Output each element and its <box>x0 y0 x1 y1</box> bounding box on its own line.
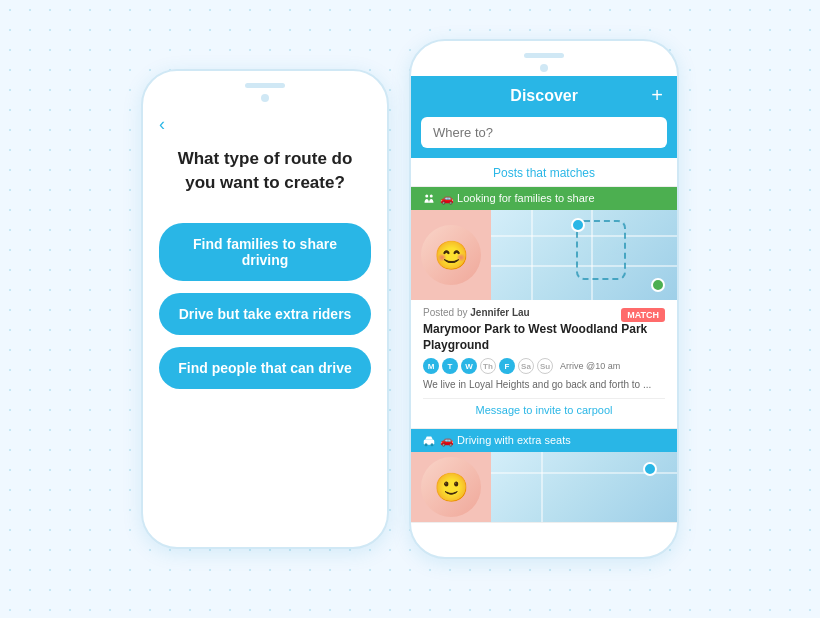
find-drivers-button[interactable]: Find people that can drive <box>159 347 371 389</box>
discover-header: Discover + <box>411 76 677 117</box>
svg-point-0 <box>425 194 428 197</box>
discover-title: Discover <box>445 87 643 105</box>
day-T: T <box>442 358 458 374</box>
drive-extra-riders-button[interactable]: Drive but take extra riders <box>159 293 371 335</box>
scene: ‹ What type of route do you want to crea… <box>141 59 679 559</box>
search-input[interactable] <box>421 117 667 148</box>
card-image-row: 😊 <box>411 210 677 300</box>
arrive-time: Arrive @10 am <box>560 361 620 371</box>
card-tag-families: 🚗 Looking for families to share <box>411 187 677 210</box>
map-road-v1 <box>531 210 533 300</box>
svg-point-4 <box>431 443 434 446</box>
match-badge: MATCH <box>621 308 665 322</box>
day-Th: Th <box>480 358 496 374</box>
second-avatar-face: 🙂 <box>421 457 481 517</box>
second-map-preview <box>491 452 677 522</box>
card-body: Posted by Jennifer Lau MATCH Marymoor Pa… <box>411 300 677 428</box>
search-bar-container <box>411 117 677 158</box>
map-preview <box>491 210 677 300</box>
phone-left-camera <box>261 94 269 102</box>
second-avatar: 🙂 <box>411 452 491 522</box>
second-card-image-row: 🙂 <box>411 452 677 522</box>
phone-right-content: Discover + Posts that matches 🚗 Looking … <box>411 76 677 523</box>
poster-avatar: 😊 <box>411 210 491 300</box>
avatar-face: 😊 <box>421 225 481 285</box>
card-tag-label: 🚗 Looking for families to share <box>440 192 595 205</box>
add-post-button[interactable]: + <box>651 84 663 107</box>
day-W: W <box>461 358 477 374</box>
days-row: M T W Th F Sa Su Arrive @10 am <box>423 358 665 374</box>
poster-name: Jennifer Lau <box>470 307 529 318</box>
svg-point-1 <box>430 194 433 197</box>
message-invite-link[interactable]: Message to invite to carpool <box>423 398 665 421</box>
phone-left: ‹ What type of route do you want to crea… <box>141 69 389 549</box>
day-M: M <box>423 358 439 374</box>
map-pin-start <box>571 218 585 232</box>
svg-point-3 <box>425 443 428 446</box>
card-tag-driving-label: 🚗 Driving with extra seats <box>440 434 571 447</box>
map-pin-end <box>651 278 665 292</box>
family-icon <box>423 193 435 205</box>
card-tag-driving: 🚗 Driving with extra seats <box>411 429 677 452</box>
route-title: Marymoor Park to West Woodland Park Play… <box>423 322 665 353</box>
phone-right: Discover + Posts that matches 🚗 Looking … <box>409 39 679 559</box>
phone-left-content: ‹ What type of route do you want to crea… <box>143 106 387 417</box>
day-Su: Su <box>537 358 553 374</box>
day-Sa: Sa <box>518 358 534 374</box>
posts-label: Posts that matches <box>411 158 677 187</box>
back-button[interactable]: ‹ <box>159 114 371 135</box>
phone-right-camera <box>540 64 548 72</box>
card-driving-extra: 🚗 Driving with extra seats 🙂 <box>411 429 677 523</box>
map2-road-v <box>541 452 543 522</box>
posted-by: Posted by Jennifer Lau MATCH <box>423 307 665 318</box>
find-families-button[interactable]: Find families to share driving <box>159 223 371 281</box>
route-question: What type of route do you want to create… <box>159 147 371 195</box>
card-description: We live in Loyal Heights and go back and… <box>423 378 665 392</box>
day-F: F <box>499 358 515 374</box>
car-icon <box>423 435 435 447</box>
card-families: 🚗 Looking for families to share 😊 <box>411 187 677 429</box>
